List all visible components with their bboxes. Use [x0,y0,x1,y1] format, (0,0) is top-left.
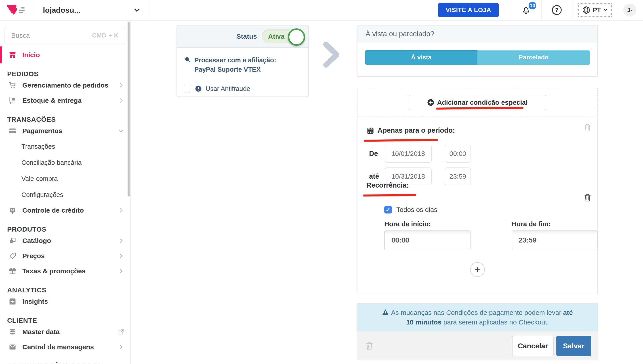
cart-icon [9,81,17,89]
checkout-warning: As mudanças nas Condições de pagamento p… [357,303,598,332]
store-icon [9,51,17,59]
status-toggle[interactable]: Ativa [262,30,303,43]
affiliation-row: Processar com a afiliação: PayPal Suport… [184,56,302,74]
all-days-checkbox[interactable]: ✓ [384,206,392,214]
sidebar-item-taxas-promocoes[interactable]: Taxas & promoções [0,264,130,279]
from-row: De 10/01/2018 00:00 [369,145,471,162]
add-recurrence-button[interactable]: + [470,262,485,277]
nav-label: Master data [22,328,60,336]
sidebar-item-precos[interactable]: Preços [0,248,130,264]
period-condition-box: Apenas para o período: De 10/01/2018 00:… [357,117,598,294]
sidebar: Busca CMD + K Início PEDIDOS [0,20,131,364]
sidebar-item-vale-compra[interactable]: Vale-compra [0,170,130,187]
warning-text: As mudanças nas Condições de pagamento p… [379,308,576,327]
save-button[interactable]: Salvar [556,336,591,356]
vtex-admin-app: lojadosu... VISITE A LOJA 10 [0,0,643,364]
top-bar: lojadosu... VISITE A LOJA 10 [0,0,643,20]
sidebar-item-estoque-entrega[interactable]: Estoque & entrega [0,93,130,108]
start-time-input[interactable]: 00:00 [384,230,470,250]
panel-footer: Cancelar Salvar [357,332,598,360]
sidebar-item-master-data[interactable]: Master data [0,324,130,340]
chevron-right-icon [118,82,125,89]
sidebar-item-insights[interactable]: Insights [0,294,130,309]
chevron-down-icon [133,6,141,14]
annotation-underline-add-condition [436,107,523,110]
tag-icon [9,252,17,260]
antifraud-checkbox[interactable] [184,85,191,92]
nav-label: ANALYTICS [7,286,47,294]
sidebar-section-pedidos: PEDIDOS [0,65,130,78]
delete-period-icon[interactable] [583,123,592,132]
tab-parcelado[interactable]: Parcelado [477,50,590,65]
sidebar-item-conciliacao-bancaria[interactable]: Conciliação bancária [0,154,130,170]
nav-label: PRODUTOS [7,226,47,233]
visit-store-button[interactable]: VISITE A LOJA [438,3,499,17]
end-time-input[interactable]: 23:59 [512,230,598,250]
sidebar-item-transacoes[interactable]: Transações [0,138,130,154]
cancel-button[interactable]: Cancelar [512,336,554,356]
main-content: Status Ativa Processar com a afiliação: … [131,20,643,364]
header-spacer [150,0,438,20]
special-condition-dropzone: Adicionar condição especial [357,88,598,117]
notifications-button[interactable]: 10 [511,0,541,20]
delete-recurrence-icon[interactable] [583,193,592,202]
warning-prefix: As mudanças nas Condições de pagamento p… [391,309,563,316]
store-selector[interactable]: lojadosu... [33,0,150,20]
nav-label: Configurações [22,191,63,198]
sidebar-item-inicio[interactable]: Início [0,47,130,62]
help-icon: ? [551,5,562,16]
language-cell: PT [572,0,617,20]
period-heading-row: Apenas para o período: [366,126,455,134]
nav-label: Estoque & entrega [22,97,82,104]
installments-card: À vista ou parcelado? À vista Parcelado [357,25,598,77]
sidebar-item-configuracoes[interactable]: Configurações [0,187,130,203]
nav-label: Conciliação bancária [22,159,82,166]
from-time-input[interactable]: 00:00 [445,145,471,162]
antifraud-row[interactable]: Usar Antifraude [184,85,302,92]
search-input[interactable]: Busca CMD + K [5,27,125,44]
all-days-label: Todos os dias [396,206,437,214]
sidebar-item-pagamentos[interactable]: Pagamentos [0,123,130,138]
sidebar-nav: Início PEDIDOS Gerenciamento de pedidos [0,47,130,364]
sidebar-item-catalogo[interactable]: Catálogo [0,233,130,248]
end-time-label: Hora de fim: [512,220,551,228]
status-value: Ativa [268,32,284,40]
installments-title: À vista ou parcelado? [365,30,434,38]
nav-label: PEDIDOS [7,70,39,78]
gift-icon [9,267,17,275]
card-icon [9,127,17,135]
language-selector[interactable]: PT [578,3,612,17]
installments-segment-control: À vista Parcelado [365,50,590,65]
nav-label: Pagamentos [22,127,62,135]
plus-circle-icon [427,99,434,106]
installments-header: À vista ou parcelado? [357,26,597,42]
sidebar-item-controle-de-credito[interactable]: Controle de crédito [0,203,130,218]
sidebar-scrollbar[interactable] [128,22,130,196]
nav-label: Gerenciamento de pedidos [22,82,108,89]
nav-label: CONFIGURAÇÕES DA LOJA [7,362,102,364]
store-name: lojadosu... [43,6,81,14]
help-button[interactable]: ? [541,0,572,20]
annotation-underline-recurrence [363,194,416,196]
user-avatar[interactable]: J- [623,4,636,16]
affiliation-text: Processar com a afiliação: PayPal Suport… [194,56,276,74]
delete-condition-icon[interactable] [365,341,374,351]
sidebar-section-transacoes: TRANSAÇÕES [0,110,130,123]
toggle-knob [288,28,305,46]
payment-method-card: Status Ativa Processar com a afiliação: … [177,25,309,97]
tab-a-vista[interactable]: À vista [365,50,477,65]
all-days-row[interactable]: ✓ Todos os dias [384,206,437,214]
sidebar-item-gerenciamento-de-pedidos[interactable]: Gerenciamento de pedidos [0,78,130,93]
nav-label: Vale-compra [22,175,58,182]
sidebar-section-analytics: ANALYTICS [0,281,130,294]
add-special-condition-button[interactable]: Adicionar condição especial [409,95,546,110]
vtex-logo[interactable] [0,0,33,20]
from-date-input[interactable]: 10/01/2018 [385,145,432,162]
to-time-input[interactable]: 23:59 [445,168,471,185]
sidebar-item-central-de-mensagens[interactable]: Central de mensagens [0,340,130,354]
chevron-right-icon [118,97,125,104]
warning-suffix: para serem aplicadas no Checkout. [441,318,549,326]
affiliation-line1: Processar com a afiliação: [194,56,276,64]
status-label: Status [236,32,257,40]
nav-label: TRANSAÇÕES [7,116,56,123]
